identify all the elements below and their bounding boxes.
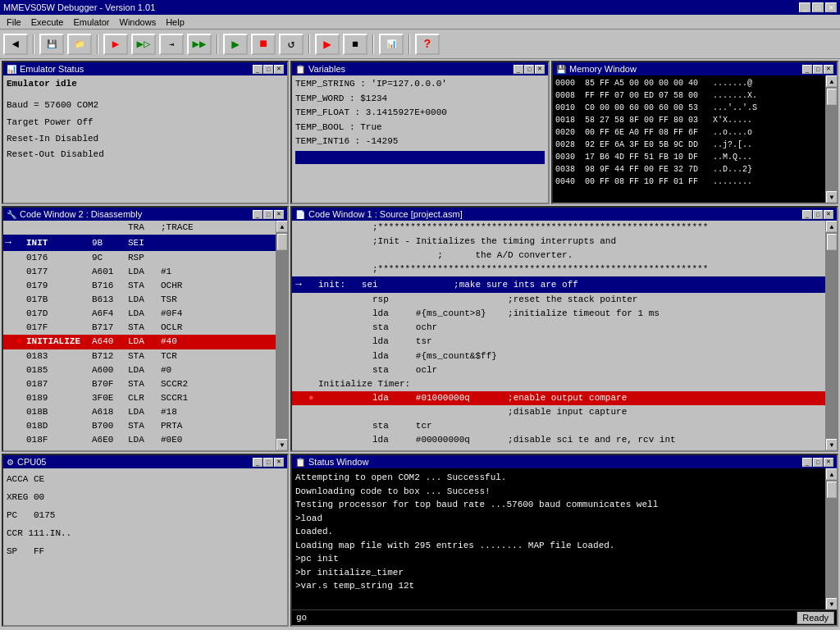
disasm-hex-col: B700: [92, 419, 128, 433]
chart-button[interactable]: 📊: [379, 34, 404, 55]
var-maximize[interactable]: □: [524, 65, 534, 74]
minimize-btn[interactable]: _: [799, 2, 810, 12]
src-maximize[interactable]: □: [813, 210, 823, 219]
dis-maximize[interactable]: □: [263, 210, 273, 219]
disasm-row: 0187B70FSTASCCR2: [3, 377, 276, 391]
help-button[interactable]: ?: [415, 34, 440, 55]
src-text: sta oclr: [318, 363, 437, 377]
mem-scroll-down[interactable]: ▼: [826, 191, 837, 203]
src-text: sta ochr: [318, 321, 437, 335]
src-text: ; the A/D converter.: [318, 249, 573, 262]
src-text: ;Init - Initializes the timing interrupt…: [318, 235, 616, 249]
disassembly-panel: 🔧 Code Window 2 : Disassembly _ □ ✕ TRA …: [2, 206, 289, 452]
src-scroll-down[interactable]: ▼: [826, 439, 837, 450]
toolbar: ◄ 💾 📁 ▶ ▶▷ ⇥ ▶▶ ▶ ■ ↺ ▶ ⏹ 📊 ?: [0, 30, 840, 59]
disasm-hex-col: A640: [92, 335, 128, 349]
sw-scroll-up[interactable]: ▲: [826, 468, 837, 480]
mem-scroll-up[interactable]: ▲: [826, 75, 837, 87]
memory-line: 0020 00 FF 6E A0 FF 08 FF 6F ..o....o: [555, 126, 823, 139]
disasm-op-col: #0: [161, 363, 171, 377]
disasm-mnem-col: LDA: [128, 433, 161, 447]
disasm-scrollbar[interactable]: ▲ ▼: [276, 221, 287, 450]
disasm-row: ●INITIALIZEA640LDA#40: [3, 335, 276, 349]
cpu-close[interactable]: ✕: [274, 458, 284, 467]
src-text: Initialize Timer:: [318, 377, 410, 391]
memory-scrollbar[interactable]: ▲ ▼: [825, 75, 837, 203]
run-button[interactable]: ▶▶: [187, 34, 212, 55]
disasm-op-col: OCHR: [161, 279, 182, 293]
step-button[interactable]: ▶: [103, 34, 128, 55]
load2-button[interactable]: 📁: [67, 34, 92, 55]
sw-scroll-down[interactable]: ▼: [826, 598, 837, 609]
step-over-button[interactable]: ▶▷: [131, 34, 156, 55]
var-item-2: TEMP_FLOAT : 3.1415927E+0000: [295, 106, 545, 121]
mem-scroll-thumb[interactable]: [827, 89, 837, 105]
sw-maximize[interactable]: □: [813, 458, 823, 467]
status-scrollbar[interactable]: ▲ ▼: [825, 468, 837, 609]
dis-scroll-up[interactable]: ▲: [276, 221, 287, 232]
close-btn[interactable]: ✕: [825, 2, 837, 12]
cpu-titlebar: ⚙ CPU05 _ □ ✕: [3, 455, 287, 468]
disasm-row: →INIT9BSEI: [3, 235, 276, 251]
status-command-input[interactable]: [294, 612, 797, 623]
mem-maximize[interactable]: □: [813, 65, 823, 74]
sw-scroll-thumb[interactable]: [827, 482, 837, 498]
run4-button[interactable]: ▶: [315, 34, 340, 55]
src-minimize[interactable]: _: [802, 210, 812, 219]
menu-windows[interactable]: Windows: [115, 16, 162, 28]
var-minimize[interactable]: _: [514, 65, 523, 74]
sw-close[interactable]: ✕: [824, 458, 833, 467]
src-text: ;***************************************…: [318, 221, 708, 235]
stop-button[interactable]: ■: [251, 34, 276, 55]
disasm-addr-col: INITIALIZE: [26, 335, 92, 349]
disasm-mnem-col: STA: [128, 419, 161, 433]
mem-close[interactable]: ✕: [824, 65, 833, 74]
menu-help[interactable]: Help: [161, 16, 189, 28]
disasm-error-col: ●: [16, 335, 26, 349]
es-maximize[interactable]: □: [263, 65, 273, 74]
cpu-minimize[interactable]: _: [253, 458, 262, 467]
status-line: >pc init: [295, 552, 822, 566]
reg-pc: PC 0175: [7, 506, 284, 524]
source-scrollbar[interactable]: ▲ ▼: [825, 221, 837, 450]
status-ready-label: Ready: [797, 611, 834, 624]
maximize-btn[interactable]: □: [812, 2, 824, 12]
src-scroll-up[interactable]: ▲: [826, 221, 837, 232]
mem-minimize[interactable]: _: [802, 65, 812, 74]
back-button[interactable]: ◄: [3, 34, 28, 55]
status-input-row: Ready: [292, 609, 837, 625]
dis-scroll-thumb[interactable]: [277, 234, 287, 250]
dis-scroll-down[interactable]: ▼: [276, 439, 287, 450]
disasm-op-col: #1: [161, 265, 171, 279]
reset-button[interactable]: ↺: [279, 34, 304, 55]
es-minimize[interactable]: _: [253, 65, 262, 74]
menu-file[interactable]: File: [2, 16, 26, 28]
es-close[interactable]: ✕: [274, 65, 284, 74]
status-line: >br initialize_timer: [295, 566, 822, 580]
stop2-button[interactable]: ⏹: [343, 34, 368, 55]
source-row: lda #00000000q ;disable sci te and re, r…: [292, 433, 825, 447]
cpu-maximize[interactable]: □: [263, 458, 273, 467]
load-button[interactable]: 💾: [39, 34, 64, 55]
src-text: ;***************************************…: [318, 262, 708, 276]
cpu-icon: ⚙: [7, 458, 14, 467]
menu-execute[interactable]: Execute: [26, 16, 69, 28]
sw-minimize[interactable]: _: [802, 458, 812, 467]
var-close[interactable]: ✕: [535, 65, 545, 74]
disasm-mnem-col: STA: [128, 447, 161, 450]
step-out-button[interactable]: ⇥: [159, 34, 184, 55]
src-close[interactable]: ✕: [824, 210, 833, 219]
menu-emulator[interactable]: Emulator: [68, 16, 114, 28]
disasm-addr-col: 0177: [26, 265, 92, 279]
memory-line: 0030 17 B6 4D FF 51 FB 10 DF ..M.Q...: [555, 151, 823, 163]
run3-button[interactable]: ▶: [223, 34, 248, 55]
disasm-row: 0177A601LDA#1: [3, 265, 276, 279]
status-icon: 📋: [295, 458, 305, 467]
source-row: →init: sei ;make sure ints are off: [292, 276, 825, 293]
src-scroll-thumb[interactable]: [827, 234, 837, 250]
title-bar: MMEVS05W Debugger - Version 1.01 _ □ ✕: [0, 0, 840, 15]
dis-close[interactable]: ✕: [274, 210, 284, 219]
dis-minimize[interactable]: _: [253, 210, 262, 219]
disasm-hex-col: 9B: [92, 236, 128, 250]
status-line: Loaded.: [295, 525, 822, 539]
